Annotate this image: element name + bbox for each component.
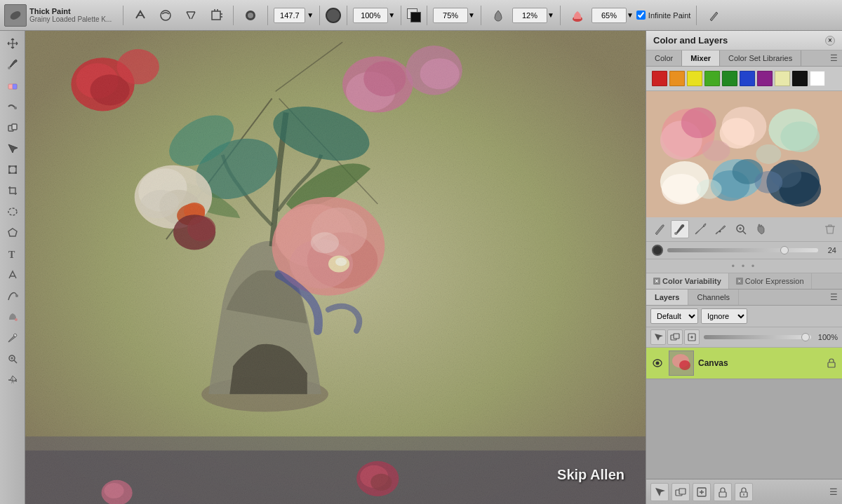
swatch-black[interactable] <box>792 71 808 86</box>
size-input[interactable]: 147.7 <box>274 8 305 23</box>
mixer-dropper2-btn[interactable] <box>711 220 730 238</box>
layers-controls-row: Default Multiply Screen Overlay Ignore N… <box>646 306 842 327</box>
symmetry-btn[interactable] <box>154 4 177 27</box>
lasso-tool-btn[interactable] <box>3 202 22 222</box>
layer-lock-btn[interactable] <box>825 357 838 369</box>
layers-menu-btn[interactable]: ☰ <box>826 292 842 302</box>
eraser-tool-btn[interactable] <box>3 76 22 95</box>
mixer-slider-track[interactable] <box>667 248 818 252</box>
mixer-hand-btn[interactable] <box>752 220 770 238</box>
color-expression-close[interactable]: × <box>736 278 743 285</box>
blend-dropdown[interactable]: ▼ <box>468 11 475 19</box>
blend-knife-btn[interactable] <box>702 4 725 27</box>
wet-btn[interactable] <box>487 4 509 27</box>
opacity-circle[interactable] <box>326 8 341 23</box>
layers-opacity-thumb[interactable] <box>801 333 810 341</box>
swatch-light-green[interactable] <box>704 71 720 86</box>
wet-input[interactable]: 12% <box>512 8 547 23</box>
tab-color[interactable]: Color <box>646 50 682 66</box>
sub-tab-color-variability[interactable]: × Color Variability <box>646 273 729 289</box>
opacity-input[interactable]: 100% <box>353 8 388 23</box>
swatch-blue[interactable] <box>740 71 755 86</box>
brush-tool-btn[interactable] <box>3 55 22 74</box>
fill-tool-btn[interactable] <box>3 307 22 327</box>
tab-color-set-libraries[interactable]: Color Set Libraries <box>720 50 801 66</box>
layers-list: Canvas <box>646 348 842 479</box>
svg-point-72 <box>780 121 820 152</box>
swatch-yellow[interactable] <box>687 71 702 86</box>
crop-tool-btn[interactable] <box>3 181 22 200</box>
infinite-input[interactable]: 65% <box>592 8 627 23</box>
polygon-tool-btn[interactable] <box>3 223 22 243</box>
transform-btn[interactable] <box>205 4 227 27</box>
svg-text:T: T <box>8 250 15 259</box>
layers-composite-select[interactable]: Ignore Normal Add <box>701 308 747 324</box>
infinite-paint-checkbox[interactable] <box>636 11 646 20</box>
panel-bottom-menu-btn[interactable]: ☰ <box>829 486 838 497</box>
layers-navigate-btn[interactable] <box>650 329 666 345</box>
paint-bucket-btn[interactable] <box>566 4 589 27</box>
layers-opacity-slider[interactable] <box>704 335 811 339</box>
panel-lock2-btn[interactable] <box>735 483 753 501</box>
warp-tool-btn[interactable] <box>3 286 22 306</box>
select-tool-btn[interactable] <box>3 139 22 158</box>
mixer-eyedropper-btn[interactable] <box>691 220 709 238</box>
panel-add-layer-group-btn[interactable] <box>671 483 690 501</box>
svg-point-92 <box>656 362 660 365</box>
tab-channels[interactable]: Channels <box>688 290 738 305</box>
mixer-slider-thumb[interactable] <box>780 246 789 254</box>
layers-new-layer-btn[interactable] <box>684 329 700 345</box>
mirror-btn[interactable] <box>180 4 202 27</box>
panel-navigate-btn[interactable] <box>650 483 669 501</box>
stamp-btn[interactable] <box>129 4 152 27</box>
text-tool-btn[interactable]: T <box>3 244 22 264</box>
mixer-trash-btn[interactable] <box>822 222 838 237</box>
blend-input[interactable]: 75% <box>433 8 468 23</box>
swatch-dark-green[interactable] <box>722 71 737 86</box>
color-variability-close[interactable]: × <box>653 278 660 285</box>
mixer-tools-row <box>646 217 842 242</box>
zoom-tool-btn[interactable] <box>3 349 22 369</box>
swatch-white[interactable] <box>810 71 825 86</box>
infinite-dropdown[interactable]: ▼ <box>627 11 634 19</box>
size-dropdown-icon[interactable]: ▼ <box>307 11 314 19</box>
nozzle-btn[interactable] <box>239 4 262 27</box>
clone-tool-btn[interactable] <box>3 118 22 137</box>
mixer-brush-btn[interactable] <box>671 220 689 238</box>
panel-close-btn[interactable]: × <box>825 36 835 46</box>
tab-layers[interactable]: Layers <box>646 290 688 305</box>
swatch-orange[interactable] <box>669 71 685 86</box>
navigator-btn[interactable] <box>3 370 22 390</box>
mixer-canvas-area[interactable] <box>646 91 842 217</box>
sub-tab-color-expression[interactable]: × Color Expression <box>729 273 812 289</box>
smear-tool-btn[interactable] <box>3 97 22 116</box>
transform-tool-btn[interactable] <box>3 160 22 179</box>
move-tool-btn[interactable] <box>3 34 22 53</box>
painting-surface[interactable]: Skip Allen <box>25 31 646 504</box>
panel-new-layer-btn[interactable] <box>693 483 711 501</box>
sub-tab-variability-label: Color Variability <box>662 277 721 285</box>
brush-preset-thumb[interactable] <box>4 4 27 27</box>
layers-add-group-btn[interactable] <box>667 329 683 345</box>
swatch-purple[interactable] <box>757 71 773 86</box>
mixer-svg <box>646 91 842 217</box>
transform2-tool-btn[interactable] <box>3 265 22 285</box>
opacity-dropdown[interactable]: ▼ <box>388 11 395 19</box>
panel-lock-btn[interactable] <box>714 483 732 501</box>
eyedropper-tool-btn[interactable] <box>3 328 22 348</box>
mixer-zoom-btn[interactable] <box>732 220 750 238</box>
mixer-palette-knife-btn[interactable] <box>650 220 669 238</box>
layer-visibility-btn[interactable] <box>650 356 664 370</box>
layer-item-canvas[interactable]: Canvas <box>646 348 842 379</box>
bg-color-box[interactable] <box>410 12 421 22</box>
tab-mixer[interactable]: Mixer <box>682 50 720 66</box>
swatch-red[interactable] <box>652 71 667 86</box>
swatch-light-yellow[interactable] <box>775 71 790 86</box>
canvas-area[interactable]: Skip Allen <box>25 31 646 504</box>
svg-point-83 <box>697 179 722 199</box>
infinite-paint-label: Infinite Paint <box>648 11 691 20</box>
layers-mode-select[interactable]: Default Multiply Screen Overlay <box>650 308 698 324</box>
wet-dropdown[interactable]: ▼ <box>547 11 554 19</box>
tab-row-menu-btn[interactable]: ☰ <box>826 53 842 63</box>
svg-point-84 <box>754 171 782 193</box>
